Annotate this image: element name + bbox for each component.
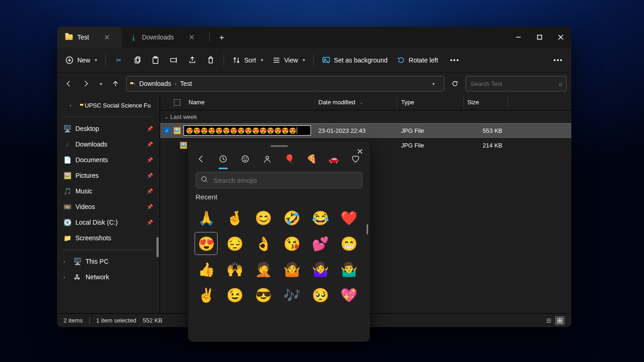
breadcrumb-item[interactable]: Test — [180, 80, 192, 87]
emoji-cell[interactable]: 😘 — [281, 232, 304, 255]
sidebar-item-videos[interactable]: 🎞️Videos📌 — [57, 199, 160, 215]
emoji-cell[interactable]: 😉 — [223, 283, 246, 306]
emoji-cell[interactable]: 👍 — [195, 258, 218, 281]
location-icon: 🖼️ — [63, 172, 71, 179]
address-bar[interactable]: › Downloads › Test ▾ — [126, 76, 444, 91]
emoji-cell[interactable]: 🤦 — [252, 258, 275, 281]
category-celebration[interactable]: 🎈 — [283, 153, 296, 165]
emoji-cell[interactable]: 😂 — [309, 206, 332, 229]
breadcrumb-separator: › — [175, 81, 177, 86]
sidebar-item-music[interactable]: 🎵Music📌 — [57, 183, 160, 199]
emoji-cell[interactable]: 😊 — [252, 206, 275, 229]
sidebar-item-network[interactable]: ›🖧Network — [57, 269, 160, 285]
emoji-cell[interactable]: ❤️ — [338, 206, 361, 229]
emoji-cell[interactable]: ✌️ — [195, 283, 218, 306]
cut-button[interactable]: ✂ — [110, 52, 127, 68]
emoji-picker-panel: ✕ 🎈 🍕 🚗 Recent 🙏🤞😊🤣😂❤️😍😔👌😘💕😁👍🙌🤦🤷🤷‍♀️🤷‍♂️… — [188, 141, 370, 342]
sidebar-tree-item[interactable]: › UPSC Social Science Fu — [57, 97, 160, 113]
more-button[interactable]: ••• — [446, 52, 463, 68]
column-date[interactable]: Date modified⌄ — [315, 95, 397, 110]
back-button[interactable] — [195, 153, 207, 165]
category-recent[interactable] — [217, 153, 230, 165]
rotate-left-button[interactable]: Rotate left — [393, 52, 442, 68]
recent-button[interactable]: ▾ — [97, 77, 105, 90]
rename-input[interactable]: 😍😍😍😍😍😍😍😍😍😍😍😍😍😍😍 — [184, 125, 311, 136]
emoji-cell[interactable]: 🤷‍♀️ — [309, 258, 332, 281]
column-size[interactable]: Size — [464, 95, 508, 110]
maximize-button[interactable] — [529, 27, 550, 48]
category-symbols[interactable] — [349, 153, 362, 165]
details-view-button[interactable] — [544, 316, 554, 325]
close-window-button[interactable] — [550, 27, 571, 48]
emoji-cell[interactable]: 💖 — [338, 283, 361, 306]
emoji-cell[interactable]: 💕 — [309, 232, 332, 255]
view-button[interactable]: View ▾ — [269, 52, 309, 68]
search-input[interactable] — [470, 80, 559, 88]
refresh-button[interactable] — [448, 77, 462, 90]
category-people[interactable] — [261, 153, 274, 165]
delete-button[interactable] — [202, 52, 219, 68]
sidebar-label: Documents — [75, 156, 108, 164]
overflow-button[interactable]: ••• — [550, 52, 567, 68]
sidebar-label: Music — [75, 187, 92, 195]
location-icon: ↓ — [63, 141, 71, 148]
scrollbar-thumb[interactable] — [367, 224, 368, 234]
share-button[interactable] — [184, 52, 201, 68]
up-button[interactable] — [109, 77, 122, 90]
select-all-checkbox[interactable] — [174, 99, 180, 106]
forward-button[interactable] — [79, 77, 93, 90]
category-smileys[interactable] — [239, 153, 252, 165]
emoji-cell[interactable]: 😔 — [223, 232, 246, 255]
scrollbar-thumb[interactable] — [156, 237, 159, 257]
emoji-cell[interactable]: 🤣 — [281, 206, 304, 229]
sidebar-item-downloads[interactable]: ↓Downloads📌 — [57, 136, 160, 152]
new-label: New — [77, 57, 90, 64]
tab-close-button[interactable]: ✕ — [185, 31, 198, 44]
back-button[interactable] — [62, 77, 75, 90]
address-dropdown-button[interactable]: ▾ — [426, 77, 440, 90]
emoji-search-input[interactable] — [213, 176, 357, 185]
emoji-cell[interactable]: 🙏 — [195, 206, 218, 229]
column-name[interactable]: Name — [160, 95, 315, 110]
new-button[interactable]: New ▾ — [62, 52, 101, 68]
row-checkbox[interactable]: ✓ — [164, 127, 170, 134]
sort-button[interactable]: Sort ▾ — [229, 52, 267, 68]
breadcrumb-item[interactable]: Downloads — [139, 80, 171, 87]
thumbnails-view-button[interactable] — [555, 316, 565, 325]
file-row[interactable]: ✓🖼️😍😍😍😍😍😍😍😍😍😍😍😍😍😍😍23-01-2023 22:43JPG Fi… — [160, 123, 571, 138]
new-tab-button[interactable]: ＋ — [213, 27, 231, 48]
tab-divider — [209, 32, 210, 42]
emoji-cell[interactable]: 😎 — [252, 283, 275, 306]
emoji-cell[interactable]: 🎶 — [281, 283, 304, 306]
tab-downloads[interactable]: ⭳ Downloads ✕ — [122, 27, 207, 48]
drag-handle[interactable] — [270, 145, 288, 147]
paste-button[interactable] — [147, 52, 164, 68]
emoji-cell[interactable]: 🤷 — [281, 258, 304, 281]
sidebar-item-documents[interactable]: 📄Documents📌 — [57, 152, 160, 168]
emoji-cell[interactable]: 😁 — [338, 232, 361, 255]
rename-button[interactable] — [166, 52, 182, 68]
emoji-cell[interactable]: 🥺 — [309, 283, 332, 306]
minimize-button[interactable] — [508, 27, 529, 48]
tab-test[interactable]: Test ✕ — [57, 27, 122, 48]
sort-label: Sort — [244, 57, 256, 64]
sidebar-item-this-pc[interactable]: ›🖥️This PC — [57, 254, 160, 269]
sidebar-item-pictures[interactable]: 🖼️Pictures📌 — [57, 168, 160, 183]
group-header[interactable]: ⌄Last week — [160, 110, 571, 123]
column-type[interactable]: Type — [397, 95, 464, 110]
sidebar-item-desktop[interactable]: 🖥️Desktop📌 — [57, 121, 160, 136]
emoji-cell[interactable]: 😍 — [195, 232, 218, 255]
tab-close-button[interactable]: ✕ — [101, 31, 114, 44]
emoji-search-box[interactable] — [196, 172, 362, 188]
emoji-cell[interactable]: 🤷‍♂️ — [338, 258, 361, 281]
search-box[interactable]: ⌕ — [466, 76, 567, 91]
category-transport[interactable]: 🚗 — [327, 153, 340, 165]
emoji-cell[interactable]: 🙌 — [223, 258, 246, 281]
copy-button[interactable] — [129, 52, 145, 68]
sidebar-item-screenshots[interactable]: 📁Screenshots — [57, 230, 160, 246]
set-background-button[interactable]: Set as background — [318, 52, 391, 68]
category-food[interactable]: 🍕 — [305, 153, 318, 165]
emoji-cell[interactable]: 👌 — [252, 232, 275, 255]
emoji-cell[interactable]: 🤞 — [223, 206, 246, 229]
sidebar-item-local-disk-c-[interactable]: 💽Local Disk (C:)📌 — [57, 215, 160, 230]
